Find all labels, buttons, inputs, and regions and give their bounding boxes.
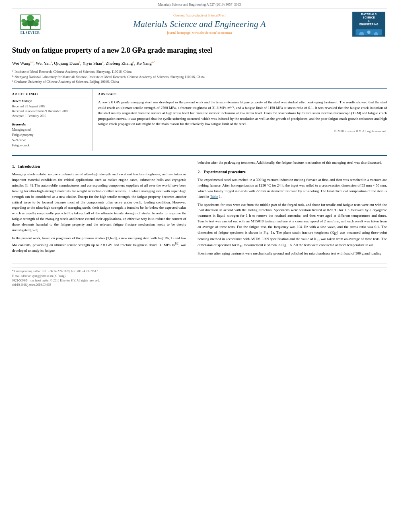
section2-title: Experimental procedure bbox=[204, 170, 245, 174]
elsevier-logo: ELSEVIER bbox=[19, 14, 41, 35]
issn-note: 0921-5093/$ – see front matter © 2010 El… bbox=[12, 278, 387, 283]
author-sup-b: a bbox=[51, 61, 52, 64]
section2-para2: The specimens for tests were cut from th… bbox=[197, 202, 387, 249]
keyword-1: Maraging steel bbox=[12, 127, 87, 133]
journal-badge: MATERIALSSCIENCE&ENGINEERING bbox=[352, 12, 385, 37]
keyword-4: Fatigue crack bbox=[12, 143, 87, 148]
elsevier-logo-area: ELSEVIER bbox=[12, 12, 48, 37]
table1-link[interactable]: Table bbox=[210, 195, 218, 199]
keyword-2: Fatigue property bbox=[12, 133, 87, 138]
affiliations: ᵃ Institute of Metal Research, Chinese A… bbox=[12, 69, 387, 84]
homepage-url[interactable]: www.elsevier.com/locate/msea bbox=[192, 31, 232, 35]
abstract-title: ABSTRACT bbox=[98, 92, 387, 97]
footer-divider bbox=[12, 267, 387, 267]
article-content: Study on fatigue property of a new 2.8 G… bbox=[12, 40, 387, 155]
revised-date: Received in revised form 9 December 2009 bbox=[12, 109, 87, 114]
badge-title: MATERIALSSCIENCE&ENGINEERING bbox=[359, 13, 378, 27]
article-info: ARTICLE INFO Article history: Received 3… bbox=[12, 89, 93, 151]
article-title: Study on fatigue property of a new 2.8 G… bbox=[12, 44, 387, 57]
author-sup-d: a bbox=[102, 61, 103, 64]
svg-point-6 bbox=[27, 14, 33, 21]
section1-cont: behavior after the peak-aging treatment.… bbox=[197, 160, 387, 166]
sciencedirect-brand[interactable]: ScienceDirect bbox=[208, 14, 226, 17]
section2-para3: Specimens after aging treatment were mec… bbox=[197, 251, 387, 257]
copyright-line: © 2010 Elsevier B.V. All rights reserved… bbox=[98, 129, 387, 133]
section1-title: Introduction bbox=[18, 164, 40, 168]
elsevier-brand-text: ELSEVIER bbox=[21, 31, 40, 35]
corresponding-note: * Corresponding author. Tel.: +86 24 239… bbox=[12, 269, 387, 273]
journal-meta-bar: Materials Science and Engineering A 527 … bbox=[12, 0, 387, 8]
section2-para1: The experimental steel was melted in a 3… bbox=[197, 177, 387, 200]
email-note: E-mail address: kyang@imr.ac.cn (K. Yang… bbox=[12, 274, 387, 278]
section1-para2: In the present work, based on progresses… bbox=[12, 236, 186, 254]
author-sup-e: b bbox=[133, 61, 134, 64]
page-container: Materials Science and Engineering A 527 … bbox=[0, 0, 399, 532]
section2-heading: 2. Experimental procedure bbox=[197, 169, 387, 175]
svg-point-11 bbox=[367, 31, 370, 34]
affil-c-text: ᶜ Graduate University of Chinese Academy… bbox=[12, 79, 119, 84]
authors-line: Wei Wanga,c, Wei Yana, Qiqiang Duanb, Yi… bbox=[12, 60, 387, 67]
keyword-3: S–N curve bbox=[12, 138, 87, 143]
section1-number: 1. bbox=[12, 164, 15, 168]
badge-image-icon bbox=[354, 27, 384, 35]
journal-reference: Materials Science and Engineering A 527 … bbox=[158, 2, 241, 6]
col-left: 1. Introduction Maraging steels exhibit … bbox=[12, 160, 192, 259]
svg-point-5 bbox=[35, 19, 39, 23]
elsevier-tree-icon bbox=[19, 14, 41, 30]
accepted-date: Accepted 1 February 2010 bbox=[12, 114, 87, 119]
section2-number: 2. bbox=[197, 170, 201, 174]
svg-point-4 bbox=[21, 19, 26, 23]
author-sup-a: a,c bbox=[30, 61, 33, 64]
main-body: 1. Introduction Maraging steels exhibit … bbox=[12, 155, 387, 259]
affil-b-text: ᵇ Shenyang National Laboratory for Mater… bbox=[12, 74, 205, 80]
affil-a-text: ᵃ Institute of Metal Research, Chinese A… bbox=[12, 69, 132, 74]
keywords-section: Keywords: Maraging steel Fatigue propert… bbox=[12, 123, 87, 148]
journal-homepage: journal homepage: www.elsevier.com/locat… bbox=[167, 31, 232, 35]
col-right: behavior after the peak-aging treatment.… bbox=[192, 160, 387, 259]
received-date: Received 31 August 2009 bbox=[12, 104, 87, 109]
abstract-text: A new 2.8 GPa grade maraging steel was d… bbox=[98, 100, 387, 127]
keywords-label: Keywords: bbox=[12, 123, 87, 126]
section1-heading: 1. Introduction bbox=[12, 163, 186, 170]
section1-para1: Maraging steels exhibit unique combinati… bbox=[12, 172, 186, 233]
journal-badge-area: MATERIALSSCIENCE&ENGINEERING bbox=[351, 12, 387, 37]
affil-c: ᶜ Graduate University of Chinese Academy… bbox=[12, 79, 387, 84]
article-info-title: ARTICLE INFO bbox=[12, 92, 87, 97]
history-label: Article history: bbox=[12, 99, 87, 103]
author-sup-f: a,* bbox=[152, 61, 155, 64]
journal-title-area: Contents lists available at ScienceDirec… bbox=[48, 12, 351, 37]
author-sup-c: b bbox=[79, 61, 80, 64]
journal-title: Materials Science and Engineering A bbox=[133, 19, 266, 29]
affil-a: ᵃ Institute of Metal Research, Chinese A… bbox=[12, 69, 387, 74]
affil-b: ᵇ Shenyang National Laboratory for Mater… bbox=[12, 74, 387, 80]
doi-note: doi:10.1016/j.msea.2010.02.002 bbox=[12, 283, 387, 287]
badge-image bbox=[354, 27, 384, 35]
article-footer: * Corresponding author. Tel.: +86 24 239… bbox=[12, 263, 387, 287]
abstract-section: ABSTRACT A new 2.8 GPa grade maraging st… bbox=[93, 89, 387, 151]
journal-header: ELSEVIER Contents lists available at Sci… bbox=[12, 8, 387, 40]
sciencedirect-link: Contents lists available at ScienceDirec… bbox=[173, 14, 226, 17]
info-abstract-section: ARTICLE INFO Article history: Received 3… bbox=[12, 88, 387, 151]
